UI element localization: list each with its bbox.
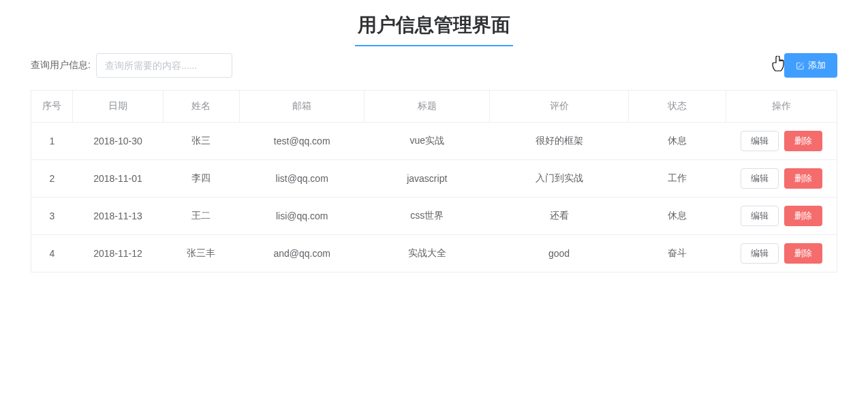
th-ops: 操作 xyxy=(726,91,837,123)
edit-button[interactable]: 编辑 xyxy=(741,168,779,189)
delete-button[interactable]: 删除 xyxy=(784,206,822,226)
th-email: 邮箱 xyxy=(239,91,365,123)
cell-name: 王二 xyxy=(163,198,239,235)
cell-status: 休息 xyxy=(629,123,726,160)
cell-email: list@qq.com xyxy=(239,160,365,198)
cell-ops: 编辑删除 xyxy=(726,198,837,235)
cell-status: 休息 xyxy=(629,198,726,235)
cell-seq: 4 xyxy=(31,235,73,272)
cell-seq: 1 xyxy=(31,123,73,160)
cell-date: 2018-11-01 xyxy=(73,160,164,198)
cell-title: vue实战 xyxy=(365,123,490,160)
cell-ops: 编辑删除 xyxy=(726,123,837,160)
delete-button[interactable]: 删除 xyxy=(784,243,822,264)
cell-title: css世界 xyxy=(365,198,490,235)
table-row: 42018-11-12张三丰and@qq.com实战大全good奋斗编辑删除 xyxy=(31,235,837,272)
toolbar: 查询用户信息: 添加 xyxy=(31,53,837,78)
cell-date: 2018-11-12 xyxy=(73,235,164,272)
cell-email: test@qq.com xyxy=(239,123,365,160)
cell-status: 工作 xyxy=(629,160,726,198)
edit-icon xyxy=(796,61,805,70)
cell-name: 张三 xyxy=(163,123,239,160)
cell-email: and@qq.com xyxy=(239,235,365,272)
cell-eval: 很好的框架 xyxy=(490,123,629,160)
edit-button[interactable]: 编辑 xyxy=(741,243,779,264)
add-button-label: 添加 xyxy=(808,59,826,72)
search-input[interactable] xyxy=(96,53,232,78)
edit-button[interactable]: 编辑 xyxy=(741,206,779,226)
cell-eval: good xyxy=(490,235,629,272)
th-eval: 评价 xyxy=(490,91,629,123)
cell-seq: 2 xyxy=(31,160,73,198)
cell-seq: 3 xyxy=(31,198,73,235)
table-row: 22018-11-01李四list@qq.comjavascript入门到实战工… xyxy=(31,160,837,198)
page-title: 用户信息管理界面 xyxy=(355,7,513,46)
cell-name: 李四 xyxy=(163,160,239,198)
cell-email: lisi@qq.com xyxy=(239,198,365,235)
cell-eval: 入门到实战 xyxy=(490,160,629,198)
cell-title: 实战大全 xyxy=(365,235,490,272)
user-table: 序号 日期 姓名 邮箱 标题 评价 状态 操作 12018-10-30张三tes… xyxy=(31,90,837,272)
cell-ops: 编辑删除 xyxy=(726,235,837,272)
add-button[interactable]: 添加 xyxy=(784,53,837,78)
table-row: 12018-10-30张三test@qq.comvue实战很好的框架休息编辑删除 xyxy=(31,123,837,160)
cell-date: 2018-10-30 xyxy=(73,123,164,160)
cell-eval: 还看 xyxy=(490,198,629,235)
th-date: 日期 xyxy=(73,91,164,123)
cell-date: 2018-11-13 xyxy=(73,198,164,235)
search-label: 查询用户信息: xyxy=(31,59,91,72)
th-name: 姓名 xyxy=(163,91,239,123)
th-title: 标题 xyxy=(365,91,490,123)
th-seq: 序号 xyxy=(31,91,73,123)
table-row: 32018-11-13王二lisi@qq.comcss世界还看休息编辑删除 xyxy=(31,198,837,235)
cell-ops: 编辑删除 xyxy=(726,160,837,198)
edit-button[interactable]: 编辑 xyxy=(741,131,779,151)
cell-title: javascript xyxy=(365,160,490,198)
delete-button[interactable]: 删除 xyxy=(784,131,822,151)
th-status: 状态 xyxy=(629,91,726,123)
cell-name: 张三丰 xyxy=(163,235,239,272)
cell-status: 奋斗 xyxy=(629,235,726,272)
search-group: 查询用户信息: xyxy=(31,53,232,78)
delete-button[interactable]: 删除 xyxy=(784,168,822,189)
